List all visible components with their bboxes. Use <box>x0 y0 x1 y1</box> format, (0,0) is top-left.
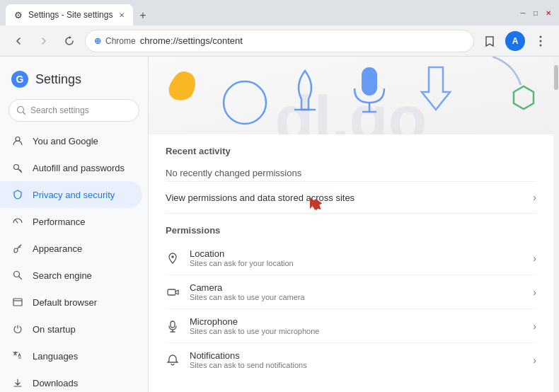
content-body: Recent activity No recently changed perm… <box>149 134 553 392</box>
bookmark-button[interactable] <box>480 31 500 51</box>
sidebar-label-privacy: Privacy and security <box>33 190 115 200</box>
chrome-logo: ⊕ <box>94 36 101 46</box>
sidebar-header: G Settings <box>0 62 148 96</box>
camera-subtitle: Sites can ask to use your camera <box>190 293 523 301</box>
location-title: Location <box>190 248 523 259</box>
new-tab-button[interactable]: + <box>133 6 153 25</box>
camera-chevron: › <box>533 287 536 298</box>
recent-activity-title: Recent activity <box>166 134 536 162</box>
search-icon-sidebar <box>11 269 24 282</box>
location-content: Location Sites can ask for your location <box>190 248 523 267</box>
sidebar-title: Settings <box>35 72 81 87</box>
tab-favicon: ⚙ <box>14 10 23 21</box>
svg-rect-12 <box>362 67 377 96</box>
search-placeholder: Search settings <box>30 105 89 115</box>
sidebar-item-languages[interactable]: Languages <box>0 342 142 369</box>
content-area: dl.go Recent activity No recently change… <box>149 57 559 392</box>
mic-icon <box>166 319 180 333</box>
notifications-subtitle: Sites can ask to send notifications <box>190 361 523 369</box>
person-icon <box>11 134 24 147</box>
sidebar-label-default-browser: Default browser <box>33 297 97 308</box>
sidebar-item-downloads[interactable]: Downloads <box>0 369 142 392</box>
browser-frame: ⚙ Settings - Site settings ✕ + ─ □ ✕ ⊕ C… <box>0 0 559 392</box>
menu-button[interactable] <box>531 31 551 51</box>
microphone-title: Microphone <box>190 316 523 327</box>
minimize-button[interactable]: ─ <box>518 8 528 18</box>
svg-point-15 <box>171 255 174 258</box>
svg-point-10 <box>224 81 266 124</box>
profile-button[interactable]: A <box>505 31 525 51</box>
deco-header: dl.go <box>149 57 553 134</box>
microphone-subtitle: Sites can ask to use your microphone <box>190 327 523 335</box>
power-icon <box>11 323 24 335</box>
settings-search[interactable]: Search settings <box>8 99 139 122</box>
sidebar-item-appearance[interactable]: Appearance <box>0 235 142 262</box>
bell-icon <box>166 353 180 367</box>
svg-point-6 <box>14 272 20 277</box>
location-subtitle: Sites can ask for your location <box>190 259 523 267</box>
location-icon <box>166 251 180 265</box>
maximize-button[interactable]: □ <box>531 8 541 18</box>
svg-point-0 <box>540 35 542 38</box>
sidebar-item-search-engine[interactable]: Search engine <box>0 262 142 289</box>
view-permissions-chevron: › <box>533 192 536 203</box>
sidebar: G Settings Search settings You and Googl… <box>0 57 149 392</box>
camera-content: Camera Sites can ask to use your camera <box>190 282 523 301</box>
svg-rect-17 <box>171 321 175 328</box>
svg-point-1 <box>540 40 542 42</box>
shield-icon <box>11 188 24 201</box>
gauge-icon <box>11 215 24 228</box>
location-chevron: › <box>533 253 536 264</box>
permission-notifications[interactable]: Notifications Sites can ask to send noti… <box>166 343 536 376</box>
sidebar-label-downloads: Downloads <box>33 378 78 388</box>
forward-button[interactable] <box>34 31 54 51</box>
main-content: G Settings Search settings You and Googl… <box>0 57 559 392</box>
url-bar[interactable]: ⊕ Chrome chrome://settings/content <box>85 30 474 52</box>
sidebar-item-performance[interactable]: Performance <box>0 208 142 235</box>
paint-icon <box>11 242 24 255</box>
svg-rect-16 <box>168 289 175 295</box>
url-text: chrome://settings/content <box>140 35 465 46</box>
scrollbar-thumb <box>554 65 558 90</box>
title-bar: ⚙ Settings - Site settings ✕ + ─ □ ✕ <box>0 0 559 25</box>
google-logo: G <box>11 71 28 88</box>
permission-camera[interactable]: Camera Sites can ask to use your camera … <box>166 275 536 309</box>
tab-close-button[interactable]: ✕ <box>119 11 125 19</box>
close-button[interactable]: ✕ <box>543 8 553 18</box>
sidebar-nav: You and Google Autofill and passwords Pr… <box>0 127 148 392</box>
camera-icon <box>166 285 180 299</box>
view-permissions-row[interactable]: View permissions and data stored across … <box>166 182 536 214</box>
permissions-title: Permissions <box>166 214 536 241</box>
sidebar-item-autofill[interactable]: Autofill and passwords <box>0 154 142 181</box>
right-scrollbar[interactable] <box>553 57 559 392</box>
window-controls: ─ □ ✕ <box>518 8 553 18</box>
back-button[interactable] <box>8 31 28 51</box>
translate-icon <box>11 350 24 362</box>
notifications-title: Notifications <box>190 350 523 361</box>
url-prefix: Chrome <box>105 36 136 46</box>
address-bar: ⊕ Chrome chrome://settings/content A <box>0 25 559 57</box>
sidebar-item-you-and-google[interactable]: You and Google <box>0 127 142 154</box>
sidebar-label-performance: Performance <box>33 217 85 227</box>
sidebar-item-default-browser[interactable]: Default browser <box>0 289 142 316</box>
deco-shapes-svg <box>149 57 553 134</box>
sidebar-item-on-startup[interactable]: On startup <box>0 316 142 342</box>
sidebar-label-you-and-google: You and Google <box>33 136 98 146</box>
sidebar-label-autofill: Autofill and passwords <box>33 163 125 173</box>
sidebar-label-search-engine: Search engine <box>33 270 92 281</box>
tab-title: Settings - Site settings <box>28 10 113 20</box>
notifications-content: Notifications Sites can ask to send noti… <box>190 350 523 369</box>
sidebar-item-privacy[interactable]: Privacy and security <box>0 181 142 208</box>
permission-location[interactable]: Location Sites can ask for your location… <box>166 241 536 275</box>
microphone-chevron: › <box>533 321 536 332</box>
browser-tab[interactable]: ⚙ Settings - Site settings ✕ <box>6 4 133 25</box>
view-permissions-label: View permissions and data stored across … <box>166 192 355 203</box>
reload-button[interactable] <box>59 31 79 51</box>
browser-icon <box>11 296 24 309</box>
download-icon <box>11 376 24 389</box>
notifications-chevron: › <box>533 354 536 366</box>
svg-rect-7 <box>13 299 22 306</box>
camera-title: Camera <box>190 282 523 293</box>
sidebar-label-appearance: Appearance <box>33 243 82 254</box>
permission-microphone[interactable]: Microphone Sites can ask to use your mic… <box>166 309 536 343</box>
